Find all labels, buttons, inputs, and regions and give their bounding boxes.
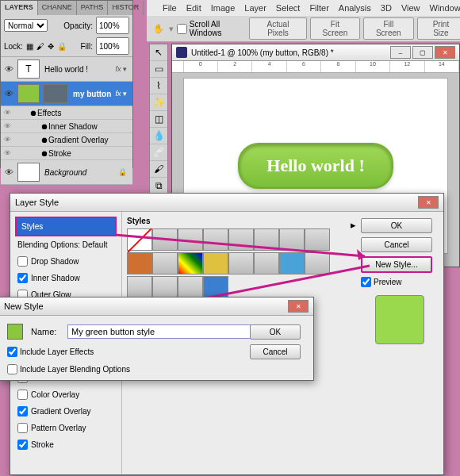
style-swatch[interactable] xyxy=(152,276,178,298)
ok-button[interactable]: OK xyxy=(250,324,301,340)
marquee-tool-icon[interactable]: ▭ xyxy=(150,61,167,78)
style-swatch[interactable] xyxy=(305,228,330,251)
visibility-icon[interactable]: 👁 xyxy=(2,167,16,177)
style-swatch[interactable] xyxy=(254,252,279,274)
include-blending-checkbox[interactable]: Include Layer Blending Options xyxy=(7,364,245,374)
fill-label: Fill: xyxy=(80,42,93,51)
menu-file[interactable]: File xyxy=(163,3,177,13)
lock-all-icon[interactable]: 🔒 xyxy=(57,42,67,51)
fill-input[interactable] xyxy=(96,37,129,55)
close-icon[interactable]: ✕ xyxy=(418,196,439,209)
tab-layers[interactable]: LAYERS xyxy=(1,1,38,15)
close-button[interactable]: ✕ xyxy=(435,46,455,59)
dialog-title: New Style xyxy=(4,301,44,311)
tab-paths[interactable]: PATHS xyxy=(77,1,109,15)
visibility-icon[interactable]: 👁 xyxy=(2,89,16,98)
ok-button[interactable]: OK xyxy=(361,218,432,233)
style-swatch[interactable] xyxy=(279,252,305,274)
lock-position-icon[interactable]: ✥ xyxy=(48,42,54,51)
fx-effects[interactable]: ⏺ Effects xyxy=(1,106,132,120)
style-swatch[interactable] xyxy=(178,276,203,298)
blending-options[interactable]: Blending Options: Default xyxy=(15,236,117,253)
document-title: Untitled-1 @ 100% (my button, RGB/8) * xyxy=(191,48,334,57)
layer-background[interactable]: 👁 Background 🔒 xyxy=(1,160,132,185)
color-overlay-row[interactable]: Color Overlay xyxy=(15,386,117,403)
heal-tool-icon[interactable]: 🩹 xyxy=(150,144,167,161)
styles-menu-icon[interactable]: ▸ xyxy=(351,219,356,231)
style-swatch[interactable] xyxy=(178,228,203,251)
maximize-button[interactable]: ▢ xyxy=(412,46,433,59)
fx-inner-shadow[interactable]: ⏺ Inner Shadow xyxy=(1,120,132,133)
rendered-button: Hello world ! xyxy=(238,143,393,189)
menu-window[interactable]: Window xyxy=(430,3,460,13)
style-swatch[interactable] xyxy=(203,252,228,274)
fx-stroke[interactable]: ⏺ Stroke xyxy=(1,147,132,160)
drop-shadow-row[interactable]: Drop Shadow xyxy=(15,253,117,270)
style-swatch[interactable] xyxy=(178,252,203,274)
style-swatch[interactable] xyxy=(279,228,305,251)
actual-pixels-button[interactable]: Actual Pixels xyxy=(249,17,307,40)
fx-badge[interactable]: fx ▾ xyxy=(115,65,132,73)
inner-shadow-row[interactable]: Inner Shadow xyxy=(15,270,117,286)
style-swatch[interactable] xyxy=(203,228,228,251)
style-swatch[interactable] xyxy=(152,228,178,251)
stroke-row[interactable]: Stroke xyxy=(15,436,117,453)
menu-select[interactable]: Select xyxy=(276,3,301,13)
brush-tool-icon[interactable]: 🖌 xyxy=(150,161,167,178)
style-swatch[interactable] xyxy=(152,252,178,274)
blend-mode-select[interactable]: Normal xyxy=(4,19,48,32)
scroll-all-checkbox[interactable]: Scroll All Windows xyxy=(177,20,246,37)
stamp-tool-icon[interactable]: ⧉ xyxy=(150,178,167,194)
layer-thumb xyxy=(17,163,40,182)
gradient-overlay-row[interactable]: Gradient Overlay xyxy=(15,403,117,420)
hand-tool-icon[interactable]: ✋ xyxy=(151,21,166,36)
styles-section[interactable]: Styles xyxy=(15,217,117,236)
menu-analysis[interactable]: Analysis xyxy=(339,3,371,13)
minimize-button[interactable]: – xyxy=(390,46,411,59)
pattern-overlay-row[interactable]: Pattern Overlay xyxy=(15,420,117,436)
wand-tool-icon[interactable]: ✨ xyxy=(150,94,167,111)
layer-text[interactable]: 👁 T Hello world ! fx ▾ xyxy=(1,57,132,82)
style-swatch[interactable] xyxy=(228,228,254,251)
style-name-input[interactable] xyxy=(67,324,253,339)
opacity-input[interactable] xyxy=(96,17,129,34)
lock-pixels-icon[interactable]: 🖌 xyxy=(36,42,44,51)
eyedropper-tool-icon[interactable]: 💧 xyxy=(150,128,167,144)
fit-screen-button[interactable]: Fit Screen xyxy=(310,17,360,40)
crop-tool-icon[interactable]: ◫ xyxy=(150,111,167,128)
new-style-button[interactable]: New Style... xyxy=(361,256,432,273)
vector-mask-thumb xyxy=(43,84,68,103)
move-tool-icon[interactable]: ↖ xyxy=(150,44,167,61)
style-swatch[interactable] xyxy=(254,228,279,251)
lasso-tool-icon[interactable]: ⌇ xyxy=(150,78,167,94)
menu-image[interactable]: Image xyxy=(211,3,236,13)
print-size-button[interactable]: Print Size xyxy=(417,17,460,40)
menu-edit[interactable]: Edit xyxy=(186,3,201,13)
layer-my-button[interactable]: 👁 my button fx ▾ xyxy=(1,82,132,106)
app-menubar: File Edit Image Layer Select Filter Anal… xyxy=(147,0,460,17)
style-swatch[interactable] xyxy=(127,276,152,298)
close-icon[interactable]: ✕ xyxy=(288,300,309,313)
lock-transparency-icon[interactable]: ▦ xyxy=(26,42,33,51)
style-swatch[interactable] xyxy=(305,252,330,274)
style-swatch[interactable] xyxy=(127,252,152,274)
tab-history[interactable]: HISTOR xyxy=(108,1,144,15)
menu-filter[interactable]: Filter xyxy=(309,3,328,13)
style-swatch[interactable] xyxy=(228,252,254,274)
cancel-button[interactable]: Cancel xyxy=(361,237,432,252)
style-swatch[interactable] xyxy=(203,276,228,298)
menu-view[interactable]: View xyxy=(401,3,420,13)
include-effects-checkbox[interactable]: Include Layer Effects xyxy=(7,347,245,357)
styles-heading: Styles xyxy=(127,217,351,228)
cancel-button[interactable]: Cancel xyxy=(250,344,301,359)
preview-checkbox[interactable]: Preview xyxy=(361,277,439,287)
menu-3d[interactable]: 3D xyxy=(381,3,392,13)
fx-gradient-overlay[interactable]: ⏺ Gradient Overlay xyxy=(1,133,132,147)
menu-layer[interactable]: Layer xyxy=(244,3,266,13)
fill-screen-button[interactable]: Fill Screen xyxy=(363,17,414,40)
fx-badge[interactable]: fx ▾ xyxy=(115,90,132,98)
tab-channels[interactable]: CHANNE xyxy=(38,1,77,15)
style-none[interactable] xyxy=(127,228,152,251)
visibility-icon[interactable]: 👁 xyxy=(2,64,16,74)
lock-label: Lock: xyxy=(4,42,23,51)
